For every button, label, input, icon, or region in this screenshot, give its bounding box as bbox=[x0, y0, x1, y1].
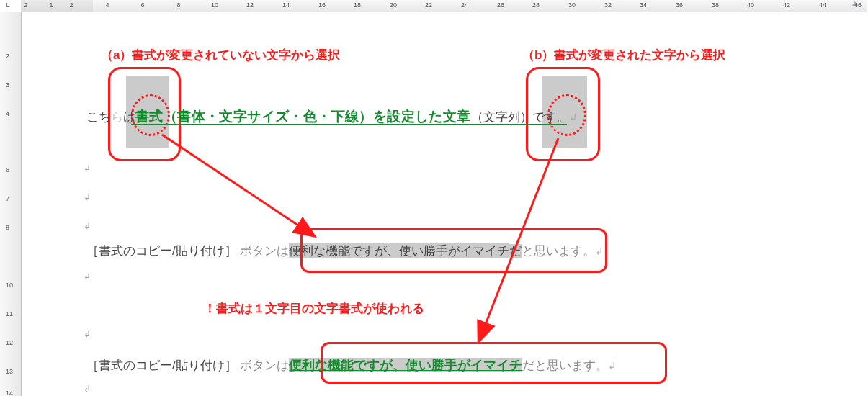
ruler-number: 2 bbox=[6, 53, 9, 60]
ruler-number: 4 bbox=[6, 110, 9, 117]
ruler-number: 6 bbox=[140, 1, 144, 9]
ruler-number: 1 bbox=[49, 1, 53, 9]
ruler-number: 30 bbox=[568, 1, 576, 9]
line3-pre: ［書式のコピー/貼り付け］ bbox=[86, 359, 237, 372]
callout-label-a: （a）書式が変更されていない文字から選択 bbox=[101, 47, 340, 63]
paragraph-mark-icon: ↲ bbox=[84, 221, 91, 231]
ruler-number: 18 bbox=[354, 1, 361, 9]
svg-line-1 bbox=[162, 135, 313, 235]
ruler-number: 24 bbox=[461, 1, 468, 9]
line2-mid1: ボタンは bbox=[240, 244, 289, 258]
line1-pre2: は bbox=[123, 110, 135, 124]
vertical-ruler: 2346781011121314 bbox=[0, 12, 22, 396]
ruler-number: 10 bbox=[6, 282, 13, 289]
callout-label-b: （b）書式が変更された文字から選択 bbox=[522, 47, 725, 63]
ruler-number: 6 bbox=[6, 166, 9, 174]
line1-post: （文字列）です。 bbox=[471, 110, 569, 124]
return-mark-icon: ↲ bbox=[569, 112, 578, 123]
line2-pre: ［書式のコピー/貼り付け］ bbox=[86, 244, 237, 258]
ruler-number: 46 bbox=[854, 1, 862, 9]
paragraph-mark-icon: ↲ bbox=[84, 329, 91, 339]
ruler-number: 10 bbox=[211, 1, 218, 9]
callout-box-result-styled bbox=[321, 342, 667, 384]
paragraph-mark-icon: ↲ bbox=[84, 384, 91, 394]
ruler-number: 8 bbox=[176, 1, 180, 9]
line3-mid1: ボタンは bbox=[240, 359, 289, 372]
ruler-number: 14 bbox=[282, 1, 290, 9]
ruler-number: 3 bbox=[6, 81, 9, 89]
ruler-number: 34 bbox=[640, 1, 647, 9]
paragraph-mark-icon: ↲ bbox=[84, 271, 91, 282]
ruler-number: 40 bbox=[747, 1, 754, 9]
ruler-number: 2 bbox=[69, 1, 73, 9]
line1-pre: こち bbox=[86, 110, 111, 124]
ruler-number: 4 bbox=[105, 1, 109, 9]
ruler-number: 8 bbox=[6, 224, 9, 231]
paragraph-mark-icon: ↲ bbox=[84, 192, 91, 202]
ruler-number: 7 bbox=[6, 195, 9, 202]
ruler-number: 42 bbox=[783, 1, 790, 9]
ruler-corner-l: L bbox=[6, 1, 10, 9]
horizontal-ruler: 2124681012141618202224262830323436384042… bbox=[21, 0, 867, 12]
ruler-number: 44 bbox=[819, 1, 826, 9]
ruler-number: 32 bbox=[604, 1, 612, 9]
ruler-number: 26 bbox=[497, 1, 504, 9]
document-page: （a）書式が変更されていない文字から選択 （b）書式が変更された文字から選択 こ… bbox=[22, 12, 868, 396]
callout-box-result-plain bbox=[300, 228, 607, 273]
ruler-number: 2 bbox=[24, 1, 27, 9]
ruler-number: 28 bbox=[532, 1, 540, 9]
ruler-number: 22 bbox=[425, 1, 432, 9]
ruler-number: 38 bbox=[712, 1, 719, 9]
ruler-number: 13 bbox=[6, 368, 13, 375]
ruler-number: 36 bbox=[676, 1, 683, 9]
ruler-number: 14 bbox=[6, 390, 13, 396]
paragraph-mark-icon: ↲ bbox=[84, 163, 91, 174]
ruler-number: 12 bbox=[6, 339, 13, 346]
ruler-number: 11 bbox=[6, 310, 13, 318]
callout-note: ！書式は１文字目の文字書式が使われる bbox=[204, 300, 424, 317]
ruler-number: 12 bbox=[246, 1, 254, 9]
ruler-number: 16 bbox=[318, 1, 326, 9]
line1-styled: 書式（書体・文字サイズ・色・下線）を設定した文章 bbox=[135, 109, 471, 124]
line-1: こちらは書式（書体・文字サイズ・色・下線）を設定した文章（文字列）です。↲ bbox=[86, 107, 578, 125]
ruler-number: 20 bbox=[390, 1, 397, 9]
